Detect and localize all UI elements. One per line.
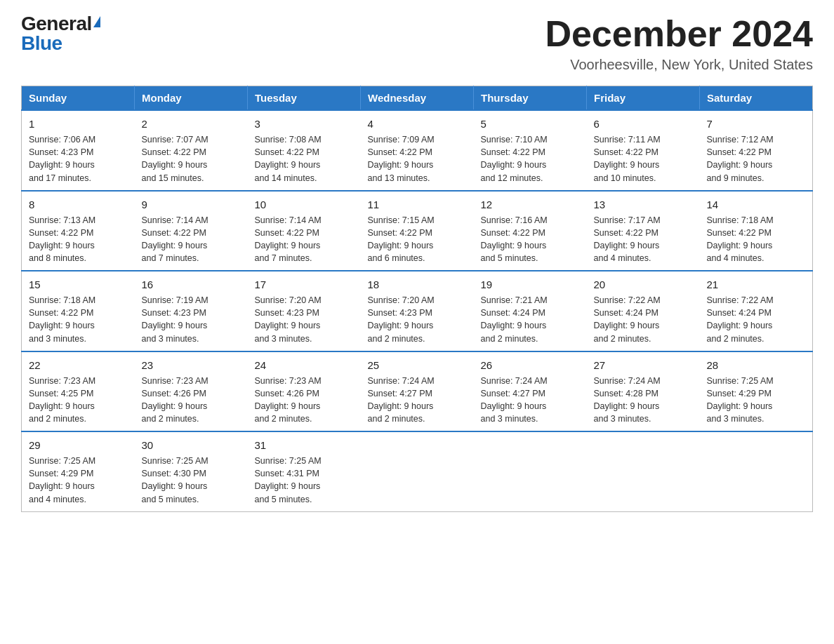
calendar-day-cell: 12Sunrise: 7:16 AMSunset: 4:22 PMDayligh… — [474, 191, 587, 271]
calendar-day-cell: 27Sunrise: 7:24 AMSunset: 4:28 PMDayligh… — [587, 351, 700, 432]
day-number: 20 — [594, 277, 693, 292]
weekday-header-sunday: Sunday — [22, 86, 135, 111]
calendar-day-cell: 11Sunrise: 7:15 AMSunset: 4:22 PMDayligh… — [361, 191, 474, 271]
day-info: Sunrise: 7:24 AMSunset: 4:28 PMDaylight:… — [594, 375, 693, 426]
calendar-day-cell: 5Sunrise: 7:10 AMSunset: 4:22 PMDaylight… — [474, 110, 587, 191]
day-number: 17 — [255, 277, 354, 292]
calendar-day-cell: 8Sunrise: 7:13 AMSunset: 4:22 PMDaylight… — [22, 191, 135, 271]
day-number: 26 — [481, 358, 580, 373]
day-info: Sunrise: 7:20 AMSunset: 4:23 PMDaylight:… — [368, 294, 467, 345]
day-info: Sunrise: 7:09 AMSunset: 4:22 PMDaylight:… — [368, 133, 467, 185]
day-info: Sunrise: 7:23 AMSunset: 4:26 PMDaylight:… — [142, 375, 241, 426]
day-info: Sunrise: 7:20 AMSunset: 4:23 PMDaylight:… — [255, 294, 354, 345]
calendar-title: December 2024 — [545, 14, 813, 54]
day-info: Sunrise: 7:24 AMSunset: 4:27 PMDaylight:… — [481, 375, 580, 426]
day-number: 10 — [255, 197, 354, 212]
calendar-day-cell: 6Sunrise: 7:11 AMSunset: 4:22 PMDaylight… — [587, 110, 700, 191]
calendar-day-cell: 1Sunrise: 7:06 AMSunset: 4:23 PMDaylight… — [22, 110, 135, 191]
day-info: Sunrise: 7:13 AMSunset: 4:22 PMDaylight:… — [29, 214, 128, 265]
calendar-day-cell: 26Sunrise: 7:24 AMSunset: 4:27 PMDayligh… — [474, 351, 587, 432]
calendar-week-row: 8Sunrise: 7:13 AMSunset: 4:22 PMDaylight… — [22, 191, 813, 271]
day-number: 23 — [142, 358, 241, 373]
calendar-day-cell: 15Sunrise: 7:18 AMSunset: 4:22 PMDayligh… — [22, 271, 135, 351]
day-info: Sunrise: 7:17 AMSunset: 4:22 PMDaylight:… — [594, 214, 693, 265]
day-info: Sunrise: 7:24 AMSunset: 4:27 PMDaylight:… — [368, 375, 467, 426]
calendar-week-row: 22Sunrise: 7:23 AMSunset: 4:25 PMDayligh… — [22, 351, 813, 432]
calendar-week-row: 15Sunrise: 7:18 AMSunset: 4:22 PMDayligh… — [22, 271, 813, 351]
day-info: Sunrise: 7:06 AMSunset: 4:23 PMDaylight:… — [29, 133, 128, 185]
day-number: 24 — [255, 358, 354, 373]
calendar-day-cell: 10Sunrise: 7:14 AMSunset: 4:22 PMDayligh… — [248, 191, 361, 271]
day-number: 5 — [481, 116, 580, 131]
day-number: 9 — [142, 197, 241, 212]
calendar-day-cell: 14Sunrise: 7:18 AMSunset: 4:22 PMDayligh… — [700, 191, 813, 271]
calendar-day-cell: 30Sunrise: 7:25 AMSunset: 4:30 PMDayligh… — [135, 431, 248, 511]
day-info: Sunrise: 7:18 AMSunset: 4:22 PMDaylight:… — [29, 294, 128, 345]
day-info: Sunrise: 7:10 AMSunset: 4:22 PMDaylight:… — [481, 133, 580, 185]
day-info: Sunrise: 7:14 AMSunset: 4:22 PMDaylight:… — [255, 214, 354, 265]
day-number: 1 — [29, 116, 128, 131]
calendar-header: SundayMondayTuesdayWednesdayThursdayFrid… — [22, 86, 813, 111]
weekday-header-friday: Friday — [587, 86, 700, 111]
calendar-day-cell: 18Sunrise: 7:20 AMSunset: 4:23 PMDayligh… — [361, 271, 474, 351]
day-number: 8 — [29, 197, 128, 212]
day-number: 30 — [142, 438, 241, 452]
weekday-header-thursday: Thursday — [474, 86, 587, 111]
day-number: 13 — [594, 197, 693, 212]
calendar-day-cell: 22Sunrise: 7:23 AMSunset: 4:25 PMDayligh… — [22, 351, 135, 432]
calendar-day-cell: 25Sunrise: 7:24 AMSunset: 4:27 PMDayligh… — [361, 351, 474, 432]
logo: General Blue — [21, 14, 100, 53]
day-number: 31 — [255, 438, 354, 452]
day-info: Sunrise: 7:18 AMSunset: 4:22 PMDaylight:… — [707, 214, 806, 265]
calendar-day-cell — [361, 431, 474, 511]
day-number: 28 — [707, 358, 806, 373]
day-info: Sunrise: 7:21 AMSunset: 4:24 PMDaylight:… — [481, 294, 580, 345]
day-number: 4 — [368, 116, 467, 131]
calendar-day-cell: 28Sunrise: 7:25 AMSunset: 4:29 PMDayligh… — [700, 351, 813, 432]
weekday-header-monday: Monday — [135, 86, 248, 111]
day-number: 11 — [368, 197, 467, 212]
calendar-week-row: 29Sunrise: 7:25 AMSunset: 4:29 PMDayligh… — [22, 431, 813, 511]
weekday-header-wednesday: Wednesday — [361, 86, 474, 111]
page-header: General Blue December 2024 Voorheesville… — [21, 14, 813, 73]
calendar-day-cell: 16Sunrise: 7:19 AMSunset: 4:23 PMDayligh… — [135, 271, 248, 351]
logo-general-text: General — [21, 14, 92, 34]
calendar-table: SundayMondayTuesdayWednesdayThursdayFrid… — [21, 86, 813, 512]
calendar-day-cell: 24Sunrise: 7:23 AMSunset: 4:26 PMDayligh… — [248, 351, 361, 432]
logo-blue-text: Blue — [21, 34, 100, 53]
day-info: Sunrise: 7:14 AMSunset: 4:22 PMDaylight:… — [142, 214, 241, 265]
calendar-day-cell: 31Sunrise: 7:25 AMSunset: 4:31 PMDayligh… — [248, 431, 361, 511]
day-info: Sunrise: 7:23 AMSunset: 4:26 PMDaylight:… — [255, 375, 354, 426]
calendar-day-cell: 29Sunrise: 7:25 AMSunset: 4:29 PMDayligh… — [22, 431, 135, 511]
day-number: 2 — [142, 116, 241, 131]
day-number: 16 — [142, 277, 241, 292]
day-number: 27 — [594, 358, 693, 373]
calendar-day-cell: 13Sunrise: 7:17 AMSunset: 4:22 PMDayligh… — [587, 191, 700, 271]
day-number: 25 — [368, 358, 467, 373]
calendar-day-cell: 3Sunrise: 7:08 AMSunset: 4:22 PMDaylight… — [248, 110, 361, 191]
calendar-day-cell: 19Sunrise: 7:21 AMSunset: 4:24 PMDayligh… — [474, 271, 587, 351]
calendar-day-cell: 4Sunrise: 7:09 AMSunset: 4:22 PMDaylight… — [361, 110, 474, 191]
day-number: 3 — [255, 116, 354, 131]
calendar-day-cell: 21Sunrise: 7:22 AMSunset: 4:24 PMDayligh… — [700, 271, 813, 351]
day-number: 22 — [29, 358, 128, 373]
calendar-day-cell: 9Sunrise: 7:14 AMSunset: 4:22 PMDaylight… — [135, 191, 248, 271]
day-number: 18 — [368, 277, 467, 292]
calendar-location: Voorheesville, New York, United States — [545, 57, 813, 73]
day-info: Sunrise: 7:22 AMSunset: 4:24 PMDaylight:… — [707, 294, 806, 345]
weekday-header-saturday: Saturday — [700, 86, 813, 111]
day-info: Sunrise: 7:16 AMSunset: 4:22 PMDaylight:… — [481, 214, 580, 265]
logo-triangle-icon — [93, 16, 100, 27]
weekday-header-tuesday: Tuesday — [248, 86, 361, 111]
day-info: Sunrise: 7:25 AMSunset: 4:30 PMDaylight:… — [142, 455, 241, 506]
day-info: Sunrise: 7:07 AMSunset: 4:22 PMDaylight:… — [142, 133, 241, 185]
day-info: Sunrise: 7:23 AMSunset: 4:25 PMDaylight:… — [29, 375, 128, 426]
day-number: 19 — [481, 277, 580, 292]
title-area: December 2024 Voorheesville, New York, U… — [545, 14, 813, 73]
calendar-day-cell — [587, 431, 700, 511]
day-info: Sunrise: 7:19 AMSunset: 4:23 PMDaylight:… — [142, 294, 241, 345]
calendar-day-cell — [474, 431, 587, 511]
calendar-day-cell — [700, 431, 813, 511]
calendar-day-cell: 20Sunrise: 7:22 AMSunset: 4:24 PMDayligh… — [587, 271, 700, 351]
calendar-day-cell: 23Sunrise: 7:23 AMSunset: 4:26 PMDayligh… — [135, 351, 248, 432]
